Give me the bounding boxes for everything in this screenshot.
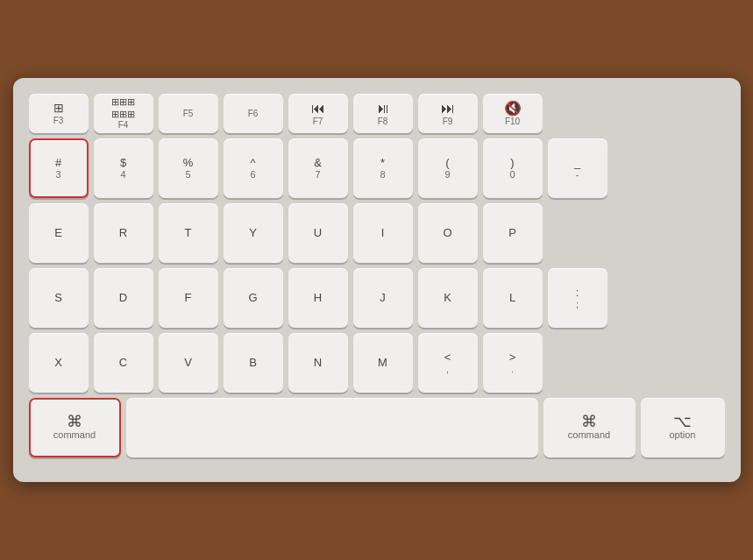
key-command-right[interactable]: ⌘ command (543, 398, 636, 457)
key-j[interactable]: J (353, 268, 413, 328)
key-option[interactable]: ⌥ option (641, 398, 725, 457)
key-command-left[interactable]: ⌘ command (29, 398, 121, 457)
key-f5[interactable]: F5 (159, 94, 218, 133)
key-f10[interactable]: 🔇 F10 (483, 94, 543, 133)
key-i[interactable]: I (353, 203, 413, 263)
key-8[interactable]: * 8 (353, 138, 413, 198)
key-t[interactable]: T (159, 203, 218, 263)
key-5[interactable]: % 5 (159, 138, 218, 198)
key-b[interactable]: B (224, 333, 283, 393)
key-f3[interactable]: ⊞ F3 (29, 94, 89, 133)
key-p[interactable]: P (483, 203, 543, 263)
key-v[interactable]: V (159, 333, 218, 393)
keyboard: ⊞ F3 ⊞⊞⊞⊞⊞⊞ F4 F5 F6 ⏮ F7 ⏯ F8 ⏭ F9 🔇 (13, 78, 741, 482)
key-u[interactable]: U (288, 203, 348, 263)
key-9[interactable]: ( 9 (418, 138, 478, 198)
key-k[interactable]: K (418, 268, 478, 328)
key-f4[interactable]: ⊞⊞⊞⊞⊞⊞ F4 (94, 94, 153, 133)
key-4[interactable]: $ 4 (94, 138, 153, 198)
key-comma[interactable]: < , (418, 333, 478, 393)
key-7[interactable]: & 7 (288, 138, 348, 198)
key-e[interactable]: E (29, 203, 89, 263)
key-f7[interactable]: ⏮ F7 (288, 94, 348, 133)
key-6[interactable]: ^ 6 (224, 138, 283, 198)
key-period[interactable]: > . (483, 333, 543, 393)
key-n[interactable]: N (288, 333, 348, 393)
key-h[interactable]: H (288, 268, 348, 328)
key-m[interactable]: M (353, 333, 413, 393)
key-r[interactable]: R (94, 203, 153, 263)
home-row: S D F G H J K L : ; (29, 268, 725, 328)
bottom-letter-row: X C V B N M < , > . (29, 333, 725, 393)
key-o[interactable]: O (418, 203, 478, 263)
key-semicolon[interactable]: : ; (548, 268, 607, 328)
key-0[interactable]: ) 0 (483, 138, 543, 198)
number-row: # 3 $ 4 % 5 ^ 6 & 7 * 8 ( 9 ) 0 (29, 138, 725, 198)
key-f8[interactable]: ⏯ F8 (353, 94, 413, 133)
key-f[interactable]: F (159, 268, 218, 328)
key-c[interactable]: C (94, 333, 153, 393)
key-f6[interactable]: F6 (224, 94, 283, 133)
qwerty-row: E R T Y U I O P (29, 203, 725, 263)
key-l[interactable]: L (483, 268, 543, 328)
key-f9[interactable]: ⏭ F9 (418, 94, 478, 133)
modifier-row: ⌘ command ⌘ command ⌥ option (29, 398, 725, 457)
key-y[interactable]: Y (224, 203, 283, 263)
key-3[interactable]: # 3 (29, 138, 89, 198)
key-s[interactable]: S (29, 268, 89, 328)
key-space[interactable] (126, 398, 538, 457)
fn-row: ⊞ F3 ⊞⊞⊞⊞⊞⊞ F4 F5 F6 ⏮ F7 ⏯ F8 ⏭ F9 🔇 (29, 94, 725, 133)
key-d[interactable]: D (94, 268, 153, 328)
key-g[interactable]: G (224, 268, 283, 328)
key-dash[interactable]: _ - (548, 138, 607, 198)
key-x[interactable]: X (29, 333, 89, 393)
